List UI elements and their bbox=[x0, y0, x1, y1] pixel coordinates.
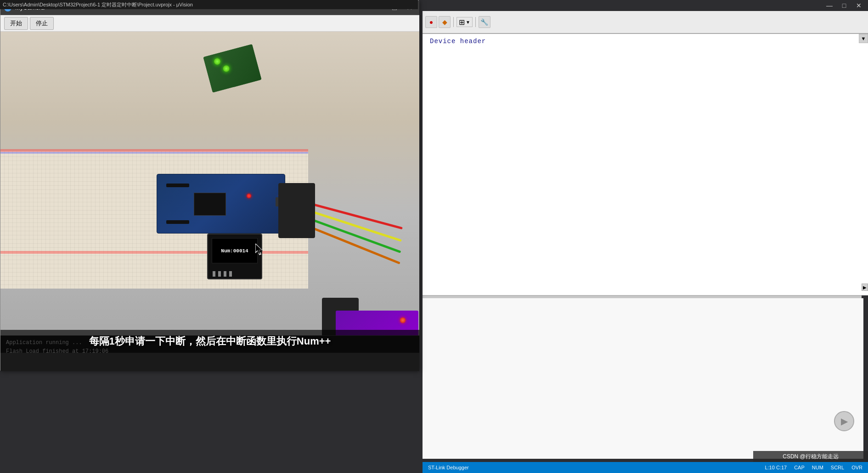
green-usb-module bbox=[203, 44, 262, 93]
uvision-title-bar: C:\Users\Admin\Desktop\STM32Project\6-1 … bbox=[0, 0, 418, 9]
green-led-1 bbox=[213, 57, 221, 65]
ide-title-bar: — □ ✕ bbox=[423, 0, 868, 11]
csdn-text: CSDN @行稳方能走远 bbox=[783, 453, 839, 461]
toolbar-undo-button[interactable]: ● bbox=[425, 16, 437, 28]
camera-toolbar: 开始 停止 bbox=[0, 15, 419, 32]
arduino-chip bbox=[194, 193, 226, 216]
play-button[interactable]: ▶ bbox=[834, 411, 854, 431]
oled-pins bbox=[213, 271, 232, 277]
arduino-red-led bbox=[247, 194, 251, 198]
toolbar-dropdown-label: ⊞ bbox=[459, 18, 465, 27]
status-right: L:10 C:17 CAP NUM SCRL OVR bbox=[765, 465, 862, 470]
arduino-header-pins-bottom bbox=[166, 220, 189, 224]
ide-scroll-right-arrow[interactable]: ▶ bbox=[862, 284, 868, 291]
oled-display-text: Num:00014 bbox=[221, 248, 248, 254]
device-header-text: Device header bbox=[423, 34, 868, 49]
svg-marker-0 bbox=[255, 244, 262, 255]
green-led-2 bbox=[222, 65, 230, 72]
num-indicator: NUM bbox=[812, 465, 823, 470]
caps-indicator: CAP bbox=[794, 465, 805, 470]
toolbar-redo-button[interactable]: ◆ bbox=[439, 16, 451, 28]
status-left: ST-Link Debugger bbox=[428, 465, 469, 470]
toolbar-settings-button[interactable]: 🔧 bbox=[479, 16, 490, 28]
toolbar-separator-1 bbox=[453, 17, 454, 27]
cursor-position: L:10 C:17 bbox=[765, 465, 787, 470]
oled-display-module: Num:00014 bbox=[207, 234, 262, 279]
chevron-down-icon: ▼ bbox=[466, 20, 470, 25]
uvision-title-text: C:\Users\Admin\Desktop\STM32Project\6-1 … bbox=[3, 1, 193, 8]
camera-window: M MyCamera ─ □ ✕ 开始 停止 bbox=[0, 0, 419, 371]
ovr-indicator: OVR bbox=[851, 465, 862, 470]
oled-pin-4 bbox=[229, 271, 232, 277]
subtitle-text: 每隔1秒申请一下中断，然后在中断函数里执行Num++ bbox=[89, 334, 331, 348]
camera-image-area: Num:00014 bbox=[0, 32, 419, 335]
arduino-board bbox=[157, 174, 285, 234]
oled-pin-1 bbox=[213, 271, 215, 277]
ide-toolbar: ● ◆ ⊞ ▼ 🔧 bbox=[423, 11, 868, 34]
content-dropdown-arrow[interactable]: ▼ bbox=[859, 34, 868, 43]
breadboard-rail-blue bbox=[0, 152, 308, 154]
csdn-watermark: CSDN @行稳方能走远 bbox=[753, 451, 868, 462]
ide-code-area[interactable]: ▼ Device header bbox=[423, 34, 868, 295]
purple-board-led bbox=[400, 317, 406, 323]
subtitle-overlay: 每隔1秒申请一下中断，然后在中断函数里执行Num++ bbox=[0, 330, 419, 353]
ide-minimize-button[interactable]: — bbox=[824, 2, 835, 9]
scrl-indicator: SCRL bbox=[831, 465, 844, 470]
oled-pin-2 bbox=[218, 271, 221, 277]
debugger-label: ST-Link Debugger bbox=[428, 465, 469, 470]
oled-pin-3 bbox=[224, 271, 226, 277]
oled-screen: Num:00014 bbox=[212, 238, 258, 263]
breadboard-background: Num:00014 bbox=[0, 32, 419, 335]
ide-close-button[interactable]: ✕ bbox=[853, 2, 864, 9]
ide-output-area[interactable]: ▶ bbox=[423, 298, 863, 459]
ide-maximize-button[interactable]: □ bbox=[839, 2, 850, 9]
toolbar-separator-2 bbox=[475, 17, 476, 27]
ide-status-bar: ST-Link Debugger L:10 C:17 CAP NUM SCRL … bbox=[423, 462, 868, 473]
camera-stop-button[interactable]: 停止 bbox=[30, 17, 54, 30]
usb-connector-module bbox=[278, 183, 315, 238]
arduino-header-pins bbox=[166, 184, 189, 187]
toolbar-dropdown[interactable]: ⊞ ▼ bbox=[457, 17, 473, 27]
camera-start-button[interactable]: 开始 bbox=[4, 17, 28, 30]
